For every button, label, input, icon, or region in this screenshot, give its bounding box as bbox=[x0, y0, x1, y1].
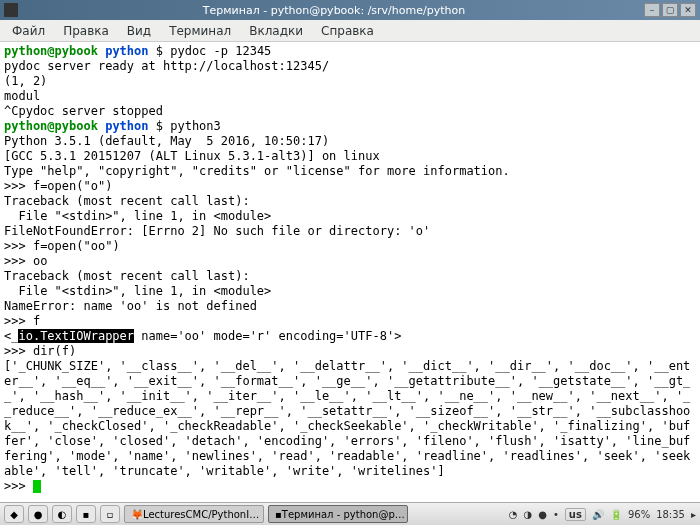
repl-input: f=open("oo") bbox=[33, 239, 120, 253]
cmd-python3: python3 bbox=[170, 119, 221, 133]
output-line: modul bbox=[4, 89, 40, 103]
repl-input: dir(f) bbox=[33, 344, 76, 358]
prompt-dollar: $ bbox=[149, 44, 171, 58]
panel-button[interactable]: ▫ bbox=[100, 505, 120, 523]
wrapper-pre: <_ bbox=[4, 329, 18, 343]
output-line: (1, 2) bbox=[4, 74, 47, 88]
python-help: Type "help", "copyright", "credits" or "… bbox=[4, 164, 510, 178]
window-controls: – ▢ ✕ bbox=[644, 3, 696, 17]
minimize-button[interactable]: – bbox=[644, 3, 660, 17]
menu-file[interactable]: Файл bbox=[4, 22, 53, 40]
tray-icon[interactable]: • bbox=[553, 509, 559, 520]
terminal-content[interactable]: python@pybook python $ pydoc -p 12345 py… bbox=[0, 42, 700, 502]
error-line: NameError: name 'oo' is not defined bbox=[4, 299, 257, 313]
traceback-line: File "<stdin>", line 1, in <module> bbox=[4, 284, 271, 298]
tray-icon[interactable]: ▸ bbox=[691, 509, 696, 520]
cursor bbox=[33, 480, 41, 493]
taskbar: ◆ ● ◐ ▪ ▫ 🦊 LecturesCMC/PythonI… ▪ Терми… bbox=[0, 502, 700, 525]
taskbar-item-terminal[interactable]: ▪ Терминал - python@p… bbox=[268, 505, 408, 523]
battery-percent: 96% bbox=[628, 509, 650, 520]
window-titlebar: Терминал - python@pybook: /srv/home/pyth… bbox=[0, 0, 700, 20]
prompt-user: python@pybook bbox=[4, 119, 98, 133]
panel-button[interactable]: ● bbox=[28, 505, 48, 523]
task-label: LecturesCMC/PythonI… bbox=[143, 509, 259, 520]
repl-input: f=open("o") bbox=[33, 179, 112, 193]
python-version: Python 3.5.1 (default, May 5 2016, 10:50… bbox=[4, 134, 329, 148]
menu-tabs[interactable]: Вкладки bbox=[241, 22, 311, 40]
output-line: pydoc server ready at http://localhost:1… bbox=[4, 59, 329, 73]
window-title: Терминал - python@pybook: /srv/home/pyth… bbox=[24, 4, 644, 17]
close-button[interactable]: ✕ bbox=[680, 3, 696, 17]
repl-prompt: >>> bbox=[4, 344, 33, 358]
keyboard-indicator[interactable]: us bbox=[565, 508, 586, 521]
repl-prompt: >>> bbox=[4, 254, 33, 268]
repl-prompt: >>> bbox=[4, 479, 33, 493]
volume-icon[interactable]: 🔊 bbox=[592, 509, 604, 520]
menu-terminal[interactable]: Терминал bbox=[161, 22, 239, 40]
prompt-path: python bbox=[105, 44, 148, 58]
wrapper-post: name='oo' mode='r' encoding='UTF-8'> bbox=[134, 329, 401, 343]
tray-icon[interactable]: ● bbox=[538, 509, 547, 520]
python-gcc: [GCC 5.3.1 20151207 (ALT Linux 5.3.1-alt… bbox=[4, 149, 380, 163]
tray-icon[interactable]: ◔ bbox=[509, 509, 518, 520]
clock[interactable]: 18:35 bbox=[656, 509, 685, 520]
start-button[interactable]: ◆ bbox=[4, 505, 24, 523]
error-line: FileNotFoundError: [Errno 2] No such fil… bbox=[4, 224, 430, 238]
prompt-path: python bbox=[105, 119, 148, 133]
maximize-button[interactable]: ▢ bbox=[662, 3, 678, 17]
app-icon bbox=[4, 3, 18, 17]
dir-output: ['_CHUNK_SIZE', '__class__', '__del__', … bbox=[4, 359, 690, 478]
tray-icon[interactable]: ◑ bbox=[523, 509, 532, 520]
traceback-line: Traceback (most recent call last): bbox=[4, 269, 250, 283]
wrapper-highlight: io.TextIOWrapper bbox=[18, 329, 134, 343]
repl-prompt: >>> bbox=[4, 314, 33, 328]
menu-edit[interactable]: Правка bbox=[55, 22, 117, 40]
system-tray: ◔ ◑ ● • us 🔊 🔋 96% 18:35 ▸ bbox=[509, 508, 696, 521]
prompt-dollar: $ bbox=[149, 119, 171, 133]
prompt-user: python@pybook bbox=[4, 44, 98, 58]
cmd-pydoc: pydoc -p 12345 bbox=[170, 44, 271, 58]
menu-bar: Файл Правка Вид Терминал Вкладки Справка bbox=[0, 20, 700, 42]
repl-prompt: >>> bbox=[4, 239, 33, 253]
menu-view[interactable]: Вид bbox=[119, 22, 159, 40]
repl-input: oo bbox=[33, 254, 47, 268]
repl-prompt: >>> bbox=[4, 179, 33, 193]
task-label: Терминал - python@p… bbox=[282, 509, 405, 520]
panel-button[interactable]: ▪ bbox=[76, 505, 96, 523]
output-line: ^Cpydoc server stopped bbox=[4, 104, 163, 118]
taskbar-item-firefox[interactable]: 🦊 LecturesCMC/PythonI… bbox=[124, 505, 264, 523]
panel-button[interactable]: ◐ bbox=[52, 505, 72, 523]
repl-input: f bbox=[33, 314, 40, 328]
traceback-line: Traceback (most recent call last): bbox=[4, 194, 250, 208]
menu-help[interactable]: Справка bbox=[313, 22, 382, 40]
traceback-line: File "<stdin>", line 1, in <module> bbox=[4, 209, 271, 223]
battery-icon[interactable]: 🔋 bbox=[610, 509, 622, 520]
